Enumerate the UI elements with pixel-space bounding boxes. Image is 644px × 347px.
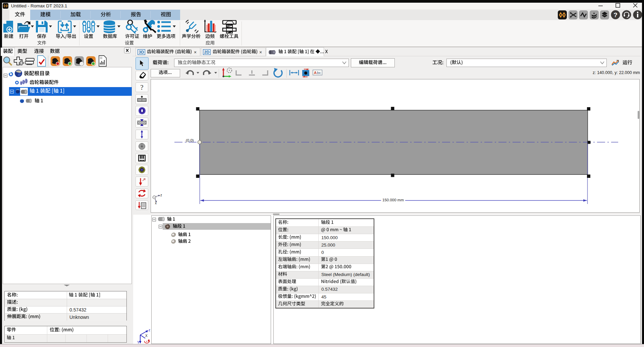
svg-text:A: A	[314, 71, 317, 75]
svg-text:z: z	[160, 193, 162, 197]
svg-text:3D: 3D	[139, 50, 144, 55]
svg-text:?: ?	[613, 11, 618, 18]
svg-text:2D: 2D	[204, 50, 210, 55]
svg-text:z: z	[149, 328, 150, 332]
svg-text:x: x	[155, 201, 157, 205]
svg-text:bc: bc	[317, 71, 321, 75]
svg-text:X: X	[145, 334, 148, 338]
svg-text:?: ?	[140, 84, 143, 91]
